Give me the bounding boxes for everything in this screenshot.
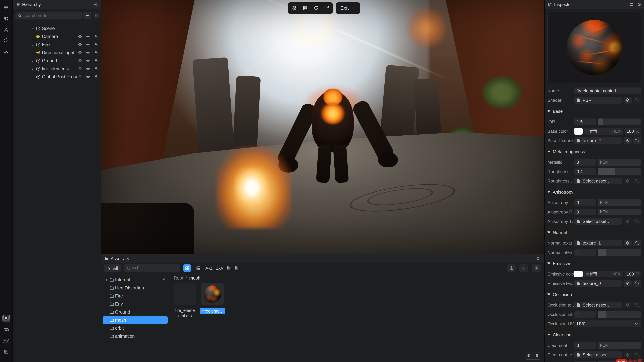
language-icon[interactable]	[2, 337, 10, 345]
locate-asset-button[interactable]	[624, 302, 632, 308]
normal-texture-field[interactable]: texture_1	[574, 240, 622, 246]
clear-coat-texture-field[interactable]: Select asset…	[574, 352, 622, 358]
plugin-icon[interactable]	[2, 37, 10, 44]
dashboard-icon[interactable]	[2, 15, 10, 22]
color-swatch[interactable]	[574, 128, 582, 135]
locate-asset-button[interactable]	[624, 137, 632, 144]
occlusion-texture-field[interactable]: Select asset…	[574, 302, 622, 308]
refresh-icon[interactable]	[314, 5, 318, 10]
folder-orbit[interactable]: orbit	[103, 324, 168, 332]
unlink-asset-button[interactable]	[633, 178, 641, 184]
asset-item-material-selected[interactable]: fireeleme…	[201, 283, 224, 319]
chevron-down-icon[interactable]	[30, 26, 35, 30]
metallic-input[interactable]: 0	[574, 159, 596, 166]
anisotropy-texture-field[interactable]: Select asset…	[574, 218, 622, 225]
binoculars-icon[interactable]	[292, 5, 297, 11]
material-name-input[interactable]	[574, 87, 641, 94]
alpha-input[interactable]: 100 %	[624, 128, 641, 135]
normal-intensity-input[interactable]: 1	[574, 249, 596, 256]
visibility-icon[interactable]	[86, 66, 90, 71]
focus-icon[interactable]	[78, 75, 82, 79]
metallic-slider[interactable]: MIN	[598, 159, 641, 166]
import-icon[interactable]	[2, 48, 10, 56]
focus-icon[interactable]	[78, 34, 82, 39]
tree-node-camera[interactable]: Camera	[13, 32, 101, 40]
sort-az-button[interactable]: A-Z	[206, 266, 213, 271]
tree-node-global-post-process[interactable]: Global Post Process	[13, 73, 101, 81]
lock-icon[interactable]	[94, 66, 98, 71]
focus-icon[interactable]	[78, 42, 82, 47]
anisotropy-rotation-slider[interactable]: MIN	[598, 209, 641, 215]
viewport[interactable]: Exit	[101, 0, 544, 254]
add-user-icon[interactable]	[2, 26, 10, 33]
unlink-asset-button[interactable]	[633, 352, 641, 358]
focus-icon[interactable]	[78, 66, 82, 71]
anisotropy-input[interactable]: 0	[574, 199, 596, 206]
visibility-icon[interactable]	[86, 50, 90, 55]
roughness-slider[interactable]	[598, 168, 641, 175]
shader-asset-field[interactable]: PBR	[574, 97, 622, 104]
zoom-in-icon[interactable]	[533, 352, 541, 359]
keyboard-shortcuts-icon[interactable]	[2, 326, 10, 334]
focus-icon[interactable]	[78, 58, 82, 63]
lock-icon[interactable]	[94, 75, 98, 79]
section-header-emissive[interactable]: Emissive	[548, 261, 641, 266]
qr-code-icon[interactable]	[303, 5, 308, 10]
add-node-button[interactable]	[83, 12, 91, 19]
sort-descending-icon[interactable]	[234, 266, 239, 271]
open-external-icon[interactable]	[324, 5, 329, 10]
lock-icon[interactable]	[94, 34, 98, 39]
section-header-normal[interactable]: Normal	[548, 230, 641, 235]
assets-search-input[interactable]	[132, 266, 178, 271]
visibility-icon[interactable]	[86, 75, 90, 79]
base-texture-field[interactable]: texture_2	[574, 137, 622, 144]
upload-asset-button[interactable]	[507, 264, 516, 272]
unlink-asset-button[interactable]	[633, 97, 641, 104]
ior-input[interactable]: 1.5	[574, 118, 596, 125]
chevron-right-icon[interactable]	[30, 67, 35, 71]
clear-coat-input[interactable]: 0	[574, 342, 596, 349]
folder-mesh-selected[interactable]: mesh	[103, 316, 168, 324]
folder-animation[interactable]: animation	[103, 332, 168, 340]
search-input[interactable]	[24, 13, 80, 18]
delete-asset-button[interactable]	[532, 264, 541, 272]
visibility-icon[interactable]	[86, 42, 90, 47]
zoom-out-icon[interactable]	[525, 352, 533, 359]
user-avatar[interactable]	[2, 315, 10, 323]
chevron-right-icon[interactable]	[30, 59, 35, 63]
lock-icon[interactable]	[94, 50, 98, 55]
ior-slider[interactable]	[598, 118, 641, 125]
visibility-icon[interactable]	[86, 34, 90, 39]
sort-za-button[interactable]: Z-A	[216, 266, 223, 271]
folder-env[interactable]: Env	[103, 300, 168, 308]
locate-asset-button[interactable]	[624, 178, 632, 184]
stack-view-icon[interactable]	[630, 2, 634, 7]
visibility-icon[interactable]	[86, 58, 90, 63]
roughness-texture-field[interactable]: Select asset…	[574, 178, 622, 184]
locate-asset-button[interactable]	[624, 352, 632, 358]
occlusion-uv-select[interactable]: UV0	[574, 321, 641, 327]
asset-item-glb[interactable]: fire_elemental.glb	[174, 283, 196, 319]
menu-icon[interactable]	[2, 4, 10, 11]
section-header-occlusion[interactable]: Occlusion	[548, 292, 641, 297]
locate-asset-button[interactable]	[624, 218, 632, 225]
hex-input[interactable]: # ffffff HEX	[584, 271, 623, 277]
occlusion-intensity-input[interactable]: 1	[574, 311, 596, 318]
unlink-asset-button[interactable]	[633, 280, 641, 287]
alpha-input[interactable]: 100 %	[624, 271, 641, 277]
assets-search[interactable]	[124, 264, 180, 272]
hex-input[interactable]: # ffffff HEX	[584, 128, 623, 135]
chevron-right-icon[interactable]	[30, 42, 35, 46]
tree-node-fire-elemental[interactable]: fire_elemental	[13, 65, 101, 73]
focus-icon[interactable]	[78, 50, 82, 55]
exit-button[interactable]: Exit	[336, 2, 360, 14]
collapse-panel-icon[interactable]	[2, 348, 10, 356]
filter-button[interactable]: All	[104, 264, 121, 272]
clear-coat-slider[interactable]: MIN	[598, 342, 641, 349]
occlusion-intensity-slider[interactable]	[598, 311, 641, 318]
list-view-button[interactable]	[194, 264, 202, 272]
close-tab-icon[interactable]	[126, 257, 130, 260]
inspector-settings-icon[interactable]: ⚙	[637, 2, 641, 7]
folder-fire[interactable]: Fire	[103, 292, 168, 300]
section-header-metal-roughness[interactable]: Metal roughness	[548, 149, 641, 154]
